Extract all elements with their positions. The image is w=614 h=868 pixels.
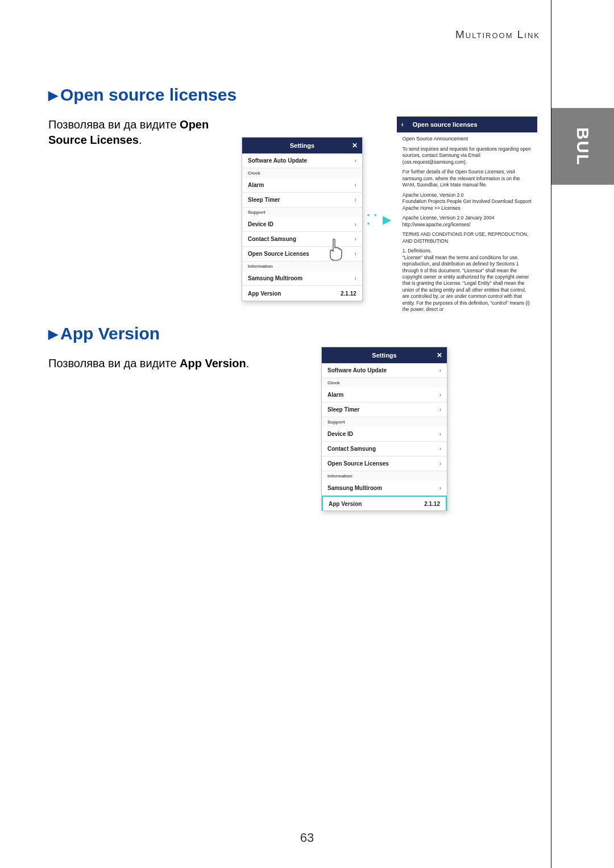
- row-alarm[interactable]: Alarm›: [242, 178, 362, 193]
- label: Contact Samsung: [248, 236, 296, 242]
- chevron-right-icon: ›: [354, 275, 356, 281]
- license-p1: To send inquiries and requests for quest…: [403, 146, 532, 165]
- app-version-value: 2.1.12: [424, 501, 440, 507]
- row-samsung-multiroom[interactable]: Samsung Multiroom›: [242, 271, 362, 286]
- section-body: Позволява ви да видите Open Source Licen…: [48, 117, 236, 148]
- group-clock: Clock: [322, 378, 447, 388]
- section-open-source-licenses: ▶Open source licenses Позволява ви да ви…: [48, 85, 537, 148]
- settings-header: Settings ✕: [322, 347, 447, 363]
- label: App Version: [248, 290, 281, 297]
- group-support: Support: [322, 417, 447, 427]
- settings-phone-2: Settings ✕ Software Auto Update› Clock A…: [321, 347, 447, 511]
- label: Samsung Multiroom: [248, 275, 302, 281]
- section-heading: ▶App Version: [48, 324, 537, 343]
- section-app-version: ▶App Version Позволява ви да видите App …: [48, 324, 537, 371]
- language-tab: BUL: [551, 108, 614, 185]
- close-icon[interactable]: ✕: [437, 351, 442, 359]
- header-section-label: Multiroom Link: [455, 28, 540, 41]
- license-header: ‹ Open source licenses: [397, 117, 537, 132]
- chevron-right-icon: ›: [354, 182, 356, 188]
- row-device-id[interactable]: Device ID›: [242, 217, 362, 232]
- chevron-right-icon: ›: [439, 460, 441, 467]
- row-device-id[interactable]: Device ID›: [322, 427, 447, 442]
- label: Open Source Licenses: [327, 460, 389, 467]
- label: Software Auto Update: [248, 157, 307, 164]
- figure-row-2: Settings ✕ Software Auto Update› Clock A…: [321, 347, 447, 511]
- chevron-right-icon: ›: [439, 406, 441, 413]
- row-sleep-timer[interactable]: Sleep Timer›: [322, 402, 447, 417]
- label: Alarm: [248, 182, 264, 188]
- body-bold: App Version: [180, 357, 246, 369]
- chevron-right-icon: ›: [354, 221, 356, 227]
- row-open-source-licenses[interactable]: Open Source Licenses›: [242, 247, 362, 261]
- figure-row-1: Settings ✕ Software Auto Update› Clock A…: [242, 117, 537, 322]
- chevron-right-icon: ›: [439, 446, 441, 452]
- row-contact-samsung[interactable]: Contact Samsung›: [322, 442, 447, 456]
- body-suffix: .: [246, 357, 250, 369]
- license-p2: For further details of the Open Source L…: [403, 169, 532, 188]
- label: Alarm: [327, 392, 343, 398]
- label: Samsung Multiroom: [327, 485, 382, 491]
- close-icon[interactable]: ✕: [352, 142, 358, 149]
- row-app-version[interactable]: App Version2.1.12: [242, 286, 362, 301]
- row-software-auto-update[interactable]: Software Auto Update›: [322, 363, 447, 378]
- license-phone: ‹ Open source licenses Open Source Annou…: [397, 117, 537, 322]
- license-p3: Apache License, Version 2.0 Foundation P…: [403, 192, 532, 211]
- row-sleep-timer[interactable]: Sleep Timer›: [242, 193, 362, 207]
- heading-text: Open source licenses: [60, 85, 237, 104]
- chevron-right-icon: ›: [354, 197, 356, 203]
- label: Contact Samsung: [327, 446, 376, 452]
- label: Device ID: [248, 221, 273, 227]
- group-support: Support: [242, 207, 362, 217]
- settings-title: Settings: [372, 352, 396, 359]
- license-subtitle: Open Source Announcement: [397, 132, 537, 144]
- triangle-icon: ▶: [48, 327, 58, 341]
- settings-title: Settings: [290, 142, 314, 149]
- chevron-right-icon: ›: [439, 392, 441, 398]
- language-tab-label: BUL: [573, 127, 592, 166]
- group-information: Information: [322, 471, 447, 481]
- license-p5: TERMS AND CONDITIONS FOR USE, REPRODUCTI…: [403, 231, 532, 244]
- row-open-source-licenses[interactable]: Open Source Licenses›: [322, 456, 447, 471]
- section-body: Позволява ви да видите App Version.: [48, 356, 287, 371]
- transition-arrow-icon: • • •▶: [367, 211, 392, 228]
- settings-phone-1: Settings ✕ Software Auto Update› Clock A…: [242, 137, 363, 301]
- row-software-auto-update[interactable]: Software Auto Update›: [242, 153, 362, 168]
- group-clock: Clock: [242, 168, 362, 178]
- row-alarm[interactable]: Alarm›: [322, 388, 447, 402]
- triangle-icon: ▶: [48, 88, 58, 102]
- body-prefix: Позволява ви да видите: [48, 357, 180, 369]
- label: Sleep Timer: [248, 197, 280, 203]
- license-p6: 1. Definitions. "License" shall mean the…: [403, 248, 532, 313]
- app-version-value: 2.1.12: [341, 290, 356, 297]
- body-prefix: Позволява ви да видите: [48, 118, 180, 131]
- chevron-right-icon: ›: [354, 251, 356, 257]
- body-suffix: .: [139, 134, 142, 146]
- license-p4: Apache License, Version 2.0 January 2004…: [403, 215, 532, 228]
- chevron-right-icon: ›: [439, 485, 441, 491]
- label: Open Source Licenses: [248, 251, 309, 257]
- heading-text: App Version: [60, 324, 160, 343]
- row-app-version-highlighted[interactable]: App Version2.1.12: [322, 496, 447, 510]
- row-samsung-multiroom[interactable]: Samsung Multiroom›: [322, 481, 447, 496]
- label: App Version: [329, 501, 362, 507]
- label: Software Auto Update: [327, 367, 387, 373]
- section-heading: ▶Open source licenses: [48, 85, 537, 105]
- license-body: To send inquiries and requests for quest…: [397, 144, 537, 322]
- chevron-right-icon: ›: [354, 236, 356, 242]
- chevron-right-icon: ›: [354, 157, 356, 164]
- row-contact-samsung[interactable]: Contact Samsung›: [242, 232, 362, 247]
- label: Sleep Timer: [327, 406, 360, 413]
- chevron-right-icon: ›: [439, 431, 441, 437]
- chevron-right-icon: ›: [439, 367, 441, 373]
- label: Device ID: [327, 431, 353, 437]
- settings-header: Settings ✕: [242, 138, 362, 153]
- license-title: Open source licenses: [413, 121, 478, 128]
- group-information: Information: [242, 261, 362, 271]
- page-number: 63: [300, 830, 314, 845]
- back-icon[interactable]: ‹: [401, 121, 404, 128]
